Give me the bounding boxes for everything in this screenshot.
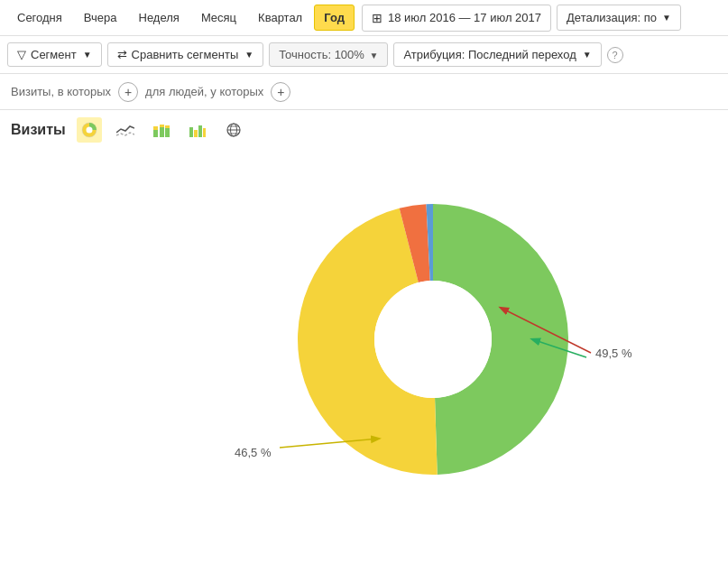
label-left: 46,5 % [235,446,272,459]
accuracy-button[interactable]: Точность: 100% ▼ [269,42,388,67]
chart-toolbar: Визиты [0,110,728,150]
nav-quarter[interactable]: Квартал [248,5,312,31]
add-people-filter-button[interactable]: + [271,82,290,102]
svg-rect-9 [194,130,198,137]
svg-rect-8 [189,127,193,137]
svg-rect-11 [203,128,206,137]
help-button[interactable]: ? [607,47,623,63]
chevron-down-icon: ▼ [370,51,379,60]
nav-yesterday[interactable]: Вчера [74,5,127,31]
segment-label: Сегмент [31,48,77,61]
filter-bar: Визиты, в которых + для людей, у которых… [0,74,728,110]
chart-type-line[interactable] [113,117,138,143]
filter-toolbar: ▽ Сегмент ▼ ⇄ Сравнить сегменты ▼ Точнос… [0,36,728,74]
chart-title: Визиты [11,122,66,138]
nav-month[interactable]: Месяц [191,5,246,31]
chevron-down-icon: ▼ [83,50,92,60]
detail-button[interactable]: Детализация: по ▼ [557,5,681,31]
people-label: для людей, у которых [145,85,263,98]
svg-rect-4 [160,127,164,137]
donut-hole [374,281,492,398]
date-range-picker[interactable]: ⊞ 18 июл 2016 — 17 июл 2017 [362,5,551,32]
add-visit-filter-button[interactable]: + [118,82,138,102]
date-range-label: 18 июл 2016 — 17 июл 2017 [388,11,541,24]
calendar-icon: ⊞ [372,11,382,25]
chart-area: 49,5 % 46,5 % [0,150,728,529]
segment-button[interactable]: ▽ Сегмент ▼ [7,42,102,67]
label-right: 49,5 % [595,347,632,360]
svg-point-1 [86,127,92,134]
nav-week[interactable]: Неделя [129,5,189,31]
chevron-down-icon: ▼ [662,13,671,23]
nav-today[interactable]: Сегодня [7,5,72,31]
chart-type-geo[interactable] [221,117,246,143]
svg-rect-3 [153,126,158,130]
chart-type-bar-stacked[interactable] [149,117,174,143]
accuracy-label: Точность: 100% [279,48,364,61]
compare-icon: ⇄ [117,48,127,61]
nav-year[interactable]: Год [314,5,355,31]
svg-rect-10 [198,125,202,137]
chart-type-pie[interactable] [77,117,102,143]
svg-rect-6 [165,128,170,137]
visits-label: Визиты, в которых [11,85,111,98]
chart-type-bar-grouped[interactable] [185,117,210,143]
attribution-button[interactable]: Атрибуция: Последний переход ▼ [393,42,601,67]
detail-label: Детализация: по [567,11,657,24]
compare-button[interactable]: ⇄ Сравнить сегменты ▼ [107,42,264,67]
svg-rect-5 [160,125,164,127]
funnel-icon: ▽ [17,48,26,61]
top-navigation: Сегодня Вчера Неделя Месяц Квартал Год ⊞… [0,0,728,36]
chevron-down-icon: ▼ [244,50,253,60]
compare-label: Сравнить сегменты [132,48,239,61]
svg-rect-2 [153,130,158,137]
donut-chart-svg[interactable]: 49,5 % 46,5 % [0,159,728,520]
attribution-label: Атрибуция: Последний переход [403,48,576,61]
chevron-down-icon: ▼ [583,50,592,60]
svg-rect-7 [165,125,170,128]
